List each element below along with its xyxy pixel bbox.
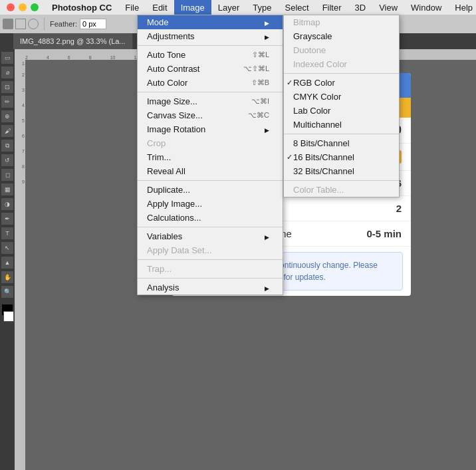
left-toolbar: ▭ ⌀ ⊡ ✏ ⊕ 🖌 ⧉ ↺ ◻ ▦ ◑ ✒ T ↖ ▲ ✋ 🔍 [0, 49, 15, 470]
separator-4 [138, 227, 283, 227]
file-tab[interactable]: IMG_4883 2.png @ 33.3% (La... [13, 33, 133, 49]
tool-lasso[interactable]: ⌀ [1, 66, 13, 78]
mode-16bit[interactable]: 16 Bits/Channel [284, 150, 399, 164]
feather-label: Feather: [50, 20, 77, 28]
tool-type[interactable]: T [1, 227, 13, 239]
separator-5 [138, 259, 283, 260]
maximize-button[interactable] [31, 3, 39, 11]
menu-item-image[interactable]: Image [174, 0, 211, 15]
submenu-arrow-variables [262, 231, 269, 241]
menu-item-filter[interactable]: Filter [316, 0, 348, 15]
menu-item-image-rotation[interactable]: Image Rotation [138, 122, 283, 136]
mode-lab-color[interactable]: Lab Color [284, 104, 399, 118]
menu-bar: Photoshop CC File Edit Image Layer Type … [0, 0, 476, 15]
tool-eraser[interactable]: ◻ [1, 169, 13, 181]
mode-separator-2 [284, 134, 399, 134]
menu-item-canvas-size[interactable]: Canvas Size... ⌥⌘C [138, 108, 283, 122]
menu-item-select[interactable]: Select [278, 0, 315, 15]
tool-heal[interactable]: ⊕ [1, 110, 13, 122]
menu-item-view[interactable]: View [372, 0, 404, 15]
mode-cmyk-color[interactable]: CMYK Color [284, 90, 399, 104]
menu-item-crop[interactable]: Crop [138, 136, 283, 150]
close-button[interactable] [7, 3, 15, 11]
departures-value: 2 [396, 203, 402, 214]
menu-item-apply-dataset[interactable]: Apply Data Set... [138, 243, 283, 257]
mode-32bit[interactable]: 32 Bits/Channel [284, 164, 399, 178]
tool-clone[interactable]: ⧉ [1, 140, 13, 152]
menu-item-3d[interactable]: 3D [348, 0, 373, 15]
menu-item-auto-contrast[interactable]: Auto Contrast ⌥⇧⌘L [138, 62, 283, 76]
image-menu-dropdown: Mode Adjustments Auto Tone ⇧⌘L Auto Cont… [137, 15, 283, 295]
tool-rect-icon[interactable] [15, 19, 26, 29]
menu-item-layer[interactable]: Layer [211, 0, 247, 15]
separator-1 [138, 45, 283, 46]
mode-separator-1 [284, 73, 399, 74]
security-value: 0-5 min [366, 228, 402, 239]
menu-item-edit[interactable]: Edit [146, 0, 174, 15]
mode-submenu: Bitmap Grayscale Duotone Indexed Color R… [283, 15, 400, 197]
menu-item-help[interactable]: Help [448, 0, 476, 15]
background-color[interactable] [3, 311, 14, 322]
menu-item-calculations[interactable]: Calculations... [138, 211, 283, 225]
mode-multichannel[interactable]: Multichannel [284, 118, 399, 132]
tool-marquee[interactable]: ▭ [1, 52, 13, 64]
feather-input[interactable] [80, 19, 106, 29]
menu-item-adjustments[interactable]: Adjustments [138, 29, 283, 43]
menu-item-image-size[interactable]: Image Size... ⌥⌘I [138, 94, 283, 108]
submenu-arrow-rotation [262, 124, 269, 134]
tool-shape[interactable]: ▲ [1, 257, 13, 269]
menu-item-apply-image[interactable]: Apply Image... [138, 197, 283, 211]
ruler-left: 1 2 3 4 5 6 7 8 9 [15, 60, 25, 470]
submenu-arrow-mode [262, 17, 269, 27]
menu-item-type[interactable]: Type [246, 0, 278, 15]
submenu-arrow-adjustments [262, 31, 269, 41]
menu-item-duplicate[interactable]: Duplicate... [138, 183, 283, 197]
menu-item-window[interactable]: Window [404, 0, 448, 15]
tool-eyedropper[interactable]: ✏ [1, 96, 13, 108]
menu-item-reveal-all[interactable]: Reveal All [138, 164, 283, 178]
tool-hand[interactable]: ✋ [1, 271, 13, 283]
tool-gradient[interactable]: ▦ [1, 183, 13, 195]
tool-ellipse-icon[interactable] [28, 19, 39, 29]
menu-item-trim[interactable]: Trim... [138, 150, 283, 164]
mode-duotone[interactable]: Duotone [284, 43, 399, 57]
separator-3 [138, 180, 283, 181]
tool-arrow-icon[interactable] [3, 19, 13, 29]
mode-rgb-color[interactable]: RGB Color [284, 76, 399, 90]
mode-separator-3 [284, 180, 399, 181]
menu-item-auto-tone[interactable]: Auto Tone ⇧⌘L [138, 48, 283, 62]
menu-item-variables[interactable]: Variables [138, 229, 283, 243]
tool-crop[interactable]: ⊡ [1, 81, 13, 93]
menu-item-mode[interactable]: Mode [138, 15, 283, 29]
tool-path-select[interactable]: ↖ [1, 242, 13, 254]
menu-item-file[interactable]: File [118, 0, 146, 15]
menu-item-auto-color[interactable]: Auto Color ⇧⌘B [138, 76, 283, 90]
tool-pen[interactable]: ✒ [1, 213, 13, 225]
mode-bitmap[interactable]: Bitmap [284, 15, 399, 29]
tool-brush[interactable]: 🖌 [1, 125, 13, 137]
menu-item-analysis[interactable]: Analysis [138, 281, 283, 294]
mode-8bit[interactable]: 8 Bits/Channel [284, 136, 399, 150]
tool-zoom[interactable]: 🔍 [1, 286, 13, 298]
submenu-arrow-analysis [262, 283, 269, 293]
menu-item-photoshop[interactable]: Photoshop CC [45, 0, 118, 15]
tool-history[interactable]: ↺ [1, 154, 13, 166]
menu-item-trap[interactable]: Trap... [138, 262, 283, 276]
separator-2 [138, 92, 283, 92]
minimize-button[interactable] [19, 3, 27, 11]
mode-indexed-color[interactable]: Indexed Color [284, 57, 399, 71]
separator-6 [138, 278, 283, 279]
mode-color-table[interactable]: Color Table... [284, 183, 399, 197]
tool-dodge[interactable]: ◑ [1, 198, 13, 210]
mode-grayscale[interactable]: Grayscale [284, 29, 399, 43]
traffic-lights [0, 3, 45, 11]
